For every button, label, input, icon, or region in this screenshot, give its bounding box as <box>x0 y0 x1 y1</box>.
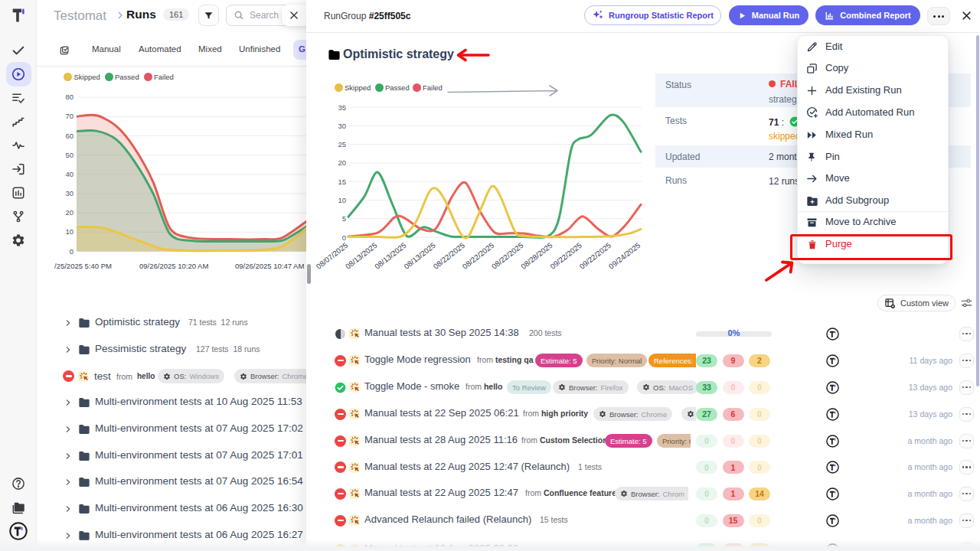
svg-text:08/22/2025: 08/22/2025 <box>461 241 496 271</box>
svg-text:15: 15 <box>338 178 346 186</box>
svg-text:5: 5 <box>342 214 346 223</box>
svg-text:08/07/2025: 08/07/2025 <box>315 241 350 271</box>
svg-text:25: 25 <box>338 140 346 148</box>
svg-text:35: 35 <box>338 103 346 112</box>
svg-text:09/22/2025: 09/22/2025 <box>578 241 613 271</box>
svg-text:08/13/2025: 08/13/2025 <box>402 241 437 271</box>
svg-text:0: 0 <box>342 233 346 242</box>
svg-text:20: 20 <box>338 158 346 167</box>
svg-text:08/22/2025: 08/22/2025 <box>432 241 467 271</box>
svg-text:09/24/2025: 09/24/2025 <box>607 241 642 271</box>
svg-text:08/28/2025: 08/28/2025 <box>519 241 554 271</box>
svg-text:30: 30 <box>338 122 346 130</box>
svg-text:08/22/2025: 08/22/2025 <box>490 241 525 271</box>
svg-text:08/13/2025: 08/13/2025 <box>344 241 379 271</box>
svg-text:09/22/2025: 09/22/2025 <box>548 241 583 271</box>
svg-text:08/13/2025: 08/13/2025 <box>373 241 408 271</box>
svg-text:10: 10 <box>338 196 346 204</box>
